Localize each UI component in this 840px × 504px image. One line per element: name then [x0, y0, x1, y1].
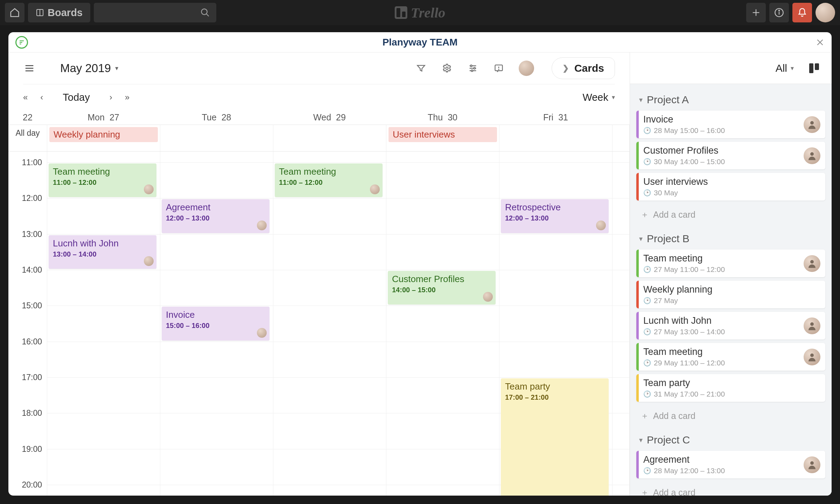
allday-event[interactable]: User interviews	[388, 127, 497, 142]
calendar-event[interactable]: Customer Profiles14:00 – 15:00	[388, 271, 496, 304]
add-card-button[interactable]: ＋Add a card	[636, 204, 825, 227]
allday-cell[interactable]	[499, 125, 612, 151]
card-avatar	[804, 349, 820, 365]
event-title: Retrospective	[505, 202, 604, 213]
project-header[interactable]: ▾Project A	[636, 88, 825, 111]
allday-cell[interactable]	[273, 125, 386, 151]
day-column[interactable]: Retrospective12:00 – 13:00Team party17:0…	[499, 152, 612, 496]
plus-icon	[751, 8, 761, 18]
allday-cell[interactable]	[612, 125, 630, 151]
add-card-button[interactable]: ＋Add a card	[636, 482, 825, 496]
calendar-event[interactable]: Team meeting11:00 – 12:00	[49, 163, 156, 197]
event-time: 11:00 – 12:00	[53, 178, 152, 187]
day-column[interactable]: Customer Profiles14:00 – 15:00	[386, 152, 499, 496]
planyway-window: Planyway TEAM May 2019 ▾	[8, 32, 832, 496]
calendar-event[interactable]: Agreement12:00 – 13:00	[162, 199, 270, 233]
event-title: Team meeting	[53, 166, 152, 177]
sidebar-card[interactable]: Team meeting🕑29 May 11:00 – 12:00	[636, 343, 825, 371]
plus-icon: ＋	[640, 209, 649, 220]
calendar-event[interactable]: Retrospective12:00 – 13:00	[501, 199, 609, 233]
day-column[interactable]: Agreement12:00 – 13:00Invoice15:00 – 16:…	[160, 152, 273, 496]
feedback-button[interactable]	[493, 62, 505, 74]
info-button[interactable]	[769, 3, 789, 22]
card-color-bar	[636, 374, 639, 402]
time-label: 11:00	[22, 158, 42, 167]
day-column[interactable]: Team meeting11:00 – 12:00	[273, 152, 386, 496]
toolbar-avatar[interactable]	[519, 61, 534, 76]
prev-button[interactable]: ‹	[40, 92, 43, 102]
boards-button[interactable]: Boards	[28, 3, 90, 22]
svg-point-8	[779, 10, 779, 11]
sidebar-card[interactable]: Weekly planning🕑27 May	[636, 281, 825, 308]
card-meta: 🕑29 May 11:00 – 12:00	[643, 359, 804, 367]
sidebar-card[interactable]: Lucnh with John🕑27 May 13:00 – 14:00	[636, 312, 825, 340]
allday-row: All day Weekly planning User interviews	[8, 125, 630, 152]
filter-button[interactable]	[415, 62, 427, 74]
event-time: 12:00 – 13:00	[505, 214, 604, 222]
feedback-icon	[494, 63, 504, 73]
clock-icon: 🕑	[643, 158, 651, 166]
sidebar-card[interactable]: User interviews🕑30 May	[636, 173, 825, 201]
event-time: 11:00 – 12:00	[279, 178, 378, 187]
calendar-event[interactable]: Team meeting11:00 – 12:00	[275, 163, 383, 197]
sidebar-filter-all[interactable]: All ▾	[776, 62, 794, 74]
next-fast-button[interactable]: »	[125, 92, 130, 102]
card-title: Agreement	[643, 454, 804, 465]
sidebar: All ▾ ▾Project AInvoice🕑28 May 15:00 – 1…	[630, 52, 832, 496]
sidebar-card[interactable]: Agreement🕑28 May 12:00 – 13:00	[636, 451, 825, 478]
today-button[interactable]: Today	[63, 92, 90, 103]
allday-cell[interactable]	[160, 125, 273, 151]
home-button[interactable]	[5, 3, 24, 22]
event-avatar	[370, 184, 380, 194]
cards-toggle-button[interactable]: ❯ Cards	[552, 57, 615, 79]
add-card-label: Add a card	[653, 411, 695, 421]
sidebar-view-toggle[interactable]	[809, 63, 819, 73]
project-header[interactable]: ▾Project B	[636, 227, 825, 250]
card-color-bar	[636, 142, 639, 169]
sidebar-card[interactable]: Team meeting🕑27 May 11:00 – 12:00	[636, 250, 825, 277]
day-header: Mon27	[47, 110, 160, 125]
close-button[interactable]	[816, 38, 825, 47]
calendar-event[interactable]: Lucnh with John13:00 – 14:00	[49, 235, 156, 269]
plus-icon: ＋	[640, 487, 649, 496]
add-button[interactable]	[746, 3, 766, 22]
svg-point-25	[810, 152, 814, 156]
allday-event[interactable]: Weekly planning	[49, 127, 158, 142]
planyway-app-icon	[15, 36, 28, 49]
month-selector[interactable]: May 2019 ▾	[60, 62, 118, 75]
allday-cell[interactable]: User interviews	[386, 125, 499, 151]
prev-fast-button[interactable]: «	[23, 92, 28, 102]
search-input[interactable]	[94, 3, 216, 22]
user-avatar[interactable]	[816, 3, 835, 22]
view-selector[interactable]: Week ▾	[582, 92, 615, 103]
allday-cell[interactable]: Weekly planning	[47, 125, 160, 151]
add-card-button[interactable]: ＋Add a card	[636, 405, 825, 428]
sidebar-card[interactable]: Invoice🕑28 May 15:00 – 16:00	[636, 111, 825, 138]
day-column[interactable]: Team meeting11:00 – 12:00Lucnh with John…	[47, 152, 160, 496]
card-title: Team meeting	[643, 346, 804, 357]
card-color-bar	[636, 111, 639, 138]
time-label: 19:00	[22, 444, 42, 454]
svg-point-2	[202, 9, 207, 15]
cards-label: Cards	[574, 62, 604, 74]
event-avatar	[596, 220, 606, 230]
calendar-event[interactable]: Team party17:00 – 21:00	[501, 378, 609, 496]
event-time: 17:00 – 21:00	[505, 393, 604, 401]
settings-button[interactable]	[441, 62, 453, 74]
project-header[interactable]: ▾Project C	[636, 428, 825, 451]
card-color-bar	[636, 281, 639, 308]
notifications-button[interactable]	[792, 3, 812, 22]
calendar-grid[interactable]: 11:0012:0013:0014:0015:0016:0017:0018:00…	[8, 152, 630, 496]
svg-point-23	[498, 69, 499, 70]
menu-button[interactable]	[23, 63, 36, 74]
sidebar-card[interactable]: Customer Profiles🕑30 May 14:00 – 15:00	[636, 142, 825, 169]
time-label: 14:00	[22, 265, 42, 274]
calendar-event[interactable]: Invoice15:00 – 16:00	[162, 307, 270, 340]
calendar-main: May 2019 ▾	[8, 52, 630, 496]
sliders-button[interactable]	[467, 62, 479, 74]
clock-icon: 🕑	[643, 297, 651, 304]
sidebar-card[interactable]: Team party🕑31 May 17:00 – 21:00	[636, 374, 825, 402]
next-button[interactable]: ›	[110, 92, 112, 102]
svg-point-18	[470, 65, 472, 67]
sidebar-list[interactable]: ▾Project AInvoice🕑28 May 15:00 – 16:00Cu…	[630, 84, 832, 496]
